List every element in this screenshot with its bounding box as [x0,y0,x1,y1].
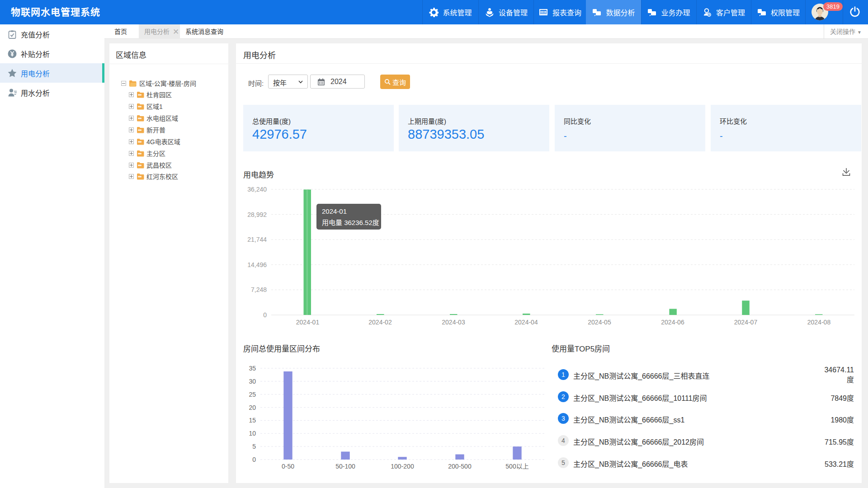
svg-text:0: 0 [263,311,267,319]
svg-text:15: 15 [249,417,256,424]
svg-text:28,992: 28,992 [247,211,267,218]
svg-text:2024-07: 2024-07 [734,319,758,326]
svg-text:2024-02: 2024-02 [368,319,392,326]
svg-text:100-200: 100-200 [391,463,414,470]
svg-text:35: 35 [249,365,256,372]
svg-text:2024-04: 2024-04 [514,319,538,326]
svg-text:20: 20 [249,404,256,411]
svg-text:7,248: 7,248 [251,286,267,293]
svg-text:200-500: 200-500 [448,463,472,470]
svg-text:2024-05: 2024-05 [588,319,611,326]
svg-text:10: 10 [249,430,256,437]
svg-text:500以上: 500以上 [505,463,528,470]
svg-text:50-100: 50-100 [335,463,355,470]
svg-text:2024-06: 2024-06 [661,319,684,326]
svg-text:2024-08: 2024-08 [807,319,831,326]
svg-text:2024-03: 2024-03 [442,319,465,326]
svg-text:25: 25 [249,391,256,398]
svg-text:0: 0 [252,456,256,463]
svg-text:36,240: 36,240 [247,186,267,193]
svg-text:0-50: 0-50 [282,463,294,470]
svg-text:2024-01: 2024-01 [296,319,320,326]
svg-text:14,496: 14,496 [247,261,267,268]
svg-text:5: 5 [252,443,256,450]
svg-text:21,744: 21,744 [247,236,267,243]
svg-text:30: 30 [249,378,256,385]
